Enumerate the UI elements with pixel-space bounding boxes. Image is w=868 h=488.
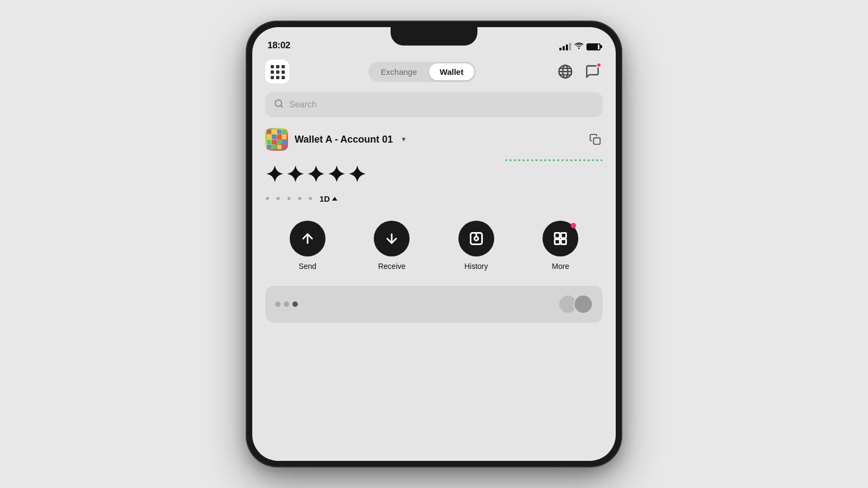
notch <box>391 27 477 46</box>
status-time: 18:02 <box>267 40 290 51</box>
more-button[interactable] <box>542 221 578 256</box>
receive-label: Receive <box>378 262 406 271</box>
tab-wallet[interactable]: Wallet <box>429 63 475 80</box>
wifi-icon <box>575 42 583 51</box>
search-icon <box>274 99 284 111</box>
more-action[interactable]: More <box>542 221 578 271</box>
search-bar[interactable]: Search <box>265 92 603 117</box>
wallet-account-row: Wallet A - Account 01 ▼ <box>265 128 603 151</box>
card-pagination-dots <box>275 301 298 307</box>
grid-menu-button[interactable] <box>265 60 289 84</box>
receive-action[interactable]: Receive <box>374 221 410 271</box>
chat-notification-dot <box>596 62 602 68</box>
svg-rect-14 <box>561 233 566 238</box>
top-nav: Exchange Wallet <box>265 54 603 92</box>
pagination-dot-1 <box>275 301 280 307</box>
card-avatars <box>558 294 593 314</box>
action-buttons: Send Receive <box>265 221 603 271</box>
wallet-avatar <box>265 128 288 151</box>
phone-screen: 18:02 <box>252 27 616 461</box>
nav-actions <box>555 61 603 82</box>
search-placeholder: Search <box>289 100 317 110</box>
svg-rect-16 <box>561 239 566 244</box>
phone-wrapper: 18:02 <box>247 22 621 466</box>
tab-exchange[interactable]: Exchange <box>370 63 428 80</box>
more-label: More <box>552 262 569 271</box>
mini-avatar-2 <box>573 294 593 314</box>
more-notification-dot <box>571 223 576 228</box>
pagination-dot-2 <box>284 301 289 307</box>
svg-rect-15 <box>555 239 560 244</box>
dotted-line-chart <box>505 159 603 161</box>
globe-button[interactable] <box>555 61 576 82</box>
copy-button[interactable] <box>588 132 603 147</box>
history-button[interactable] <box>458 221 494 256</box>
wallet-name: Wallet A - Account 01 <box>295 134 393 145</box>
send-action[interactable]: Send <box>290 221 326 271</box>
bottom-card <box>265 286 603 323</box>
send-label: Send <box>298 262 316 271</box>
pagination-dot-3 <box>292 301 298 307</box>
history-action[interactable]: History <box>458 221 494 271</box>
chat-button[interactable] <box>582 61 603 82</box>
tab-group: Exchange Wallet <box>368 62 476 82</box>
svg-rect-7 <box>593 138 600 144</box>
period-label: 1D <box>320 194 330 203</box>
send-button[interactable] <box>290 221 326 256</box>
receive-button[interactable] <box>374 221 410 256</box>
status-icons <box>559 42 601 51</box>
sub-balance-row: • • • • • 1D <box>265 191 603 206</box>
history-label: History <box>464 262 488 271</box>
signal-bars-icon <box>559 43 571 50</box>
svg-rect-13 <box>555 233 560 238</box>
balance-amount: ✦✦✦✦✦ <box>265 162 603 187</box>
dropdown-arrow-icon[interactable]: ▼ <box>400 136 407 143</box>
screen-content: Exchange Wallet <box>252 54 616 461</box>
svg-line-6 <box>280 105 282 107</box>
period-badge[interactable]: 1D <box>320 194 337 203</box>
battery-icon <box>586 43 601 50</box>
balance-section: ✦✦✦✦✦ <box>265 159 603 187</box>
trend-arrow-icon <box>332 197 337 201</box>
sub-balance-hidden: • • • • • <box>265 191 314 206</box>
